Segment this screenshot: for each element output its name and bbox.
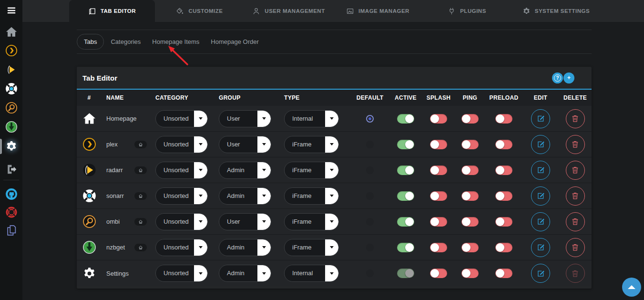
ombi-icon: [82, 215, 96, 228]
edit-button[interactable]: [531, 264, 550, 283]
subnav-item-homepage-items[interactable]: Homepage Items: [146, 38, 205, 45]
homepage-badge: [134, 166, 147, 174]
preload-toggle[interactable]: [495, 140, 512, 149]
active-toggle[interactable]: [397, 217, 414, 227]
edit-button[interactable]: [531, 238, 550, 257]
group-select[interactable]: User: [219, 110, 271, 127]
category-select[interactable]: Unsorted: [155, 265, 208, 282]
category-select[interactable]: Unsorted: [155, 213, 208, 230]
ping-toggle[interactable]: [461, 114, 479, 124]
delete-button[interactable]: [566, 186, 585, 206]
group-select[interactable]: Admin: [219, 265, 271, 282]
sidebar-item-plex[interactable]: [0, 41, 22, 60]
category-select[interactable]: Unsorted: [155, 187, 208, 205]
sidebar-item-github[interactable]: [0, 185, 22, 204]
group-select[interactable]: Admin: [219, 162, 271, 179]
default-radio[interactable]: [366, 218, 374, 226]
edit-button[interactable]: [531, 161, 550, 180]
preload-toggle[interactable]: [495, 166, 512, 175]
delete-button[interactable]: [566, 135, 585, 154]
add-tab-button[interactable]: +: [563, 72, 574, 83]
chevron-down-icon: [194, 136, 207, 153]
sidebar-item-settings-gear[interactable]: [0, 137, 22, 156]
preload-toggle[interactable]: [495, 243, 512, 252]
edit-button[interactable]: [531, 212, 550, 231]
topnav-tab-system-settings[interactable]: SYSTEM SETTINGS: [511, 0, 601, 22]
active-toggle[interactable]: [397, 191, 414, 201]
splash-toggle[interactable]: [430, 269, 447, 278]
topnav-tab-user-management[interactable]: USER MANAGEMENT: [244, 0, 333, 22]
default-radio[interactable]: [366, 269, 374, 277]
splash-toggle[interactable]: [430, 191, 447, 201]
splash-toggle[interactable]: [430, 166, 447, 175]
type-select[interactable]: iFrame: [284, 136, 339, 153]
sidebar-item-logout[interactable]: [0, 160, 22, 179]
type-select[interactable]: iFrame: [284, 213, 339, 230]
subnav-item-homepage-order[interactable]: Homepage Order: [205, 38, 264, 45]
edit-button[interactable]: [531, 109, 550, 128]
type-select[interactable]: iFrame: [284, 162, 339, 179]
category-select[interactable]: Unsorted: [155, 110, 208, 127]
ping-toggle[interactable]: [461, 269, 479, 278]
edit-icon: [536, 243, 545, 252]
delete-button[interactable]: [566, 212, 585, 231]
delete-button[interactable]: [566, 161, 585, 180]
category-select[interactable]: Unsorted: [155, 136, 208, 153]
topnav-tab-plugins[interactable]: PLUGINS: [422, 0, 511, 22]
default-radio[interactable]: [366, 166, 374, 174]
preload-toggle[interactable]: [495, 191, 512, 201]
splash-toggle[interactable]: [430, 217, 447, 227]
ping-toggle[interactable]: [461, 217, 479, 227]
subnav-item-tabs[interactable]: Tabs: [77, 34, 104, 50]
sidebar-item-radarr[interactable]: [0, 60, 22, 79]
subnav-item-categories[interactable]: Categories: [105, 38, 146, 45]
active-toggle[interactable]: [397, 269, 414, 278]
type-select[interactable]: iFrame: [284, 239, 339, 256]
group-select[interactable]: User: [219, 136, 271, 153]
default-radio[interactable]: [366, 115, 374, 123]
topnav-tab-image-manager[interactable]: IMAGE MANAGER: [333, 0, 422, 22]
preload-toggle[interactable]: [495, 114, 512, 124]
active-toggle[interactable]: [397, 243, 414, 252]
ping-toggle[interactable]: [461, 140, 479, 149]
ping-toggle[interactable]: [461, 166, 479, 175]
default-radio[interactable]: [366, 192, 374, 200]
topnav-tab-customize[interactable]: CUSTOMIZE: [155, 0, 244, 22]
sidebar-item-home[interactable]: [0, 22, 22, 41]
type-select[interactable]: Internal: [284, 265, 339, 282]
category-select[interactable]: Unsorted: [155, 239, 208, 256]
sidebar-item-hamburger-menu[interactable]: [0, 1, 22, 20]
default-radio[interactable]: [366, 244, 374, 251]
edit-button[interactable]: [531, 186, 550, 206]
sidebar-item-documents[interactable]: [0, 221, 22, 240]
default-radio[interactable]: [366, 141, 374, 148]
delete-button[interactable]: [566, 238, 585, 257]
sidebar-item-life-ring[interactable]: [0, 203, 22, 222]
ping-toggle[interactable]: [461, 243, 479, 252]
active-toggle[interactable]: [397, 140, 414, 149]
delete-button[interactable]: [566, 109, 585, 128]
scroll-to-top-button[interactable]: [622, 278, 641, 297]
category-select[interactable]: Unsorted: [155, 162, 208, 179]
topnav-tab-tab-editor[interactable]: TAB EDITOR: [69, 0, 155, 22]
image-icon: [346, 7, 354, 15]
help-button[interactable]: ?: [552, 72, 563, 83]
type-select[interactable]: iFrame: [284, 187, 339, 205]
group-select[interactable]: Admin: [219, 239, 271, 256]
preload-toggle[interactable]: [495, 269, 512, 278]
ping-toggle[interactable]: [461, 191, 479, 201]
splash-toggle[interactable]: [430, 243, 447, 252]
type-select[interactable]: Internal: [284, 110, 339, 127]
splash-toggle[interactable]: [430, 114, 447, 124]
preload-toggle[interactable]: [495, 217, 512, 227]
group-select[interactable]: Admin: [219, 187, 271, 205]
splash-toggle[interactable]: [430, 140, 447, 149]
sidebar-item-ombi[interactable]: [0, 98, 22, 117]
sidebar-item-sonarr[interactable]: [0, 79, 22, 98]
delete-button[interactable]: [566, 264, 585, 283]
group-select[interactable]: User: [219, 213, 271, 230]
edit-button[interactable]: [531, 135, 550, 154]
active-toggle[interactable]: [397, 166, 414, 175]
active-toggle[interactable]: [397, 114, 414, 124]
sidebar-item-nzbget[interactable]: [0, 117, 22, 136]
